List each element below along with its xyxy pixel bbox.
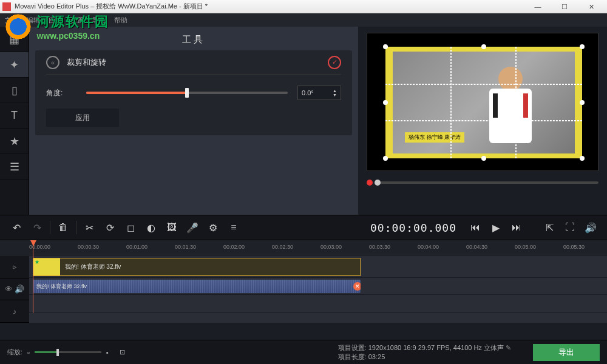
menu-settings[interactable]: 设置: [70, 16, 84, 25]
play-button[interactable]: ▶: [486, 218, 506, 237]
menu-file[interactable]: 文件: [5, 16, 18, 25]
angle-slider[interactable]: [86, 92, 288, 94]
tools-header: 工具: [29, 27, 358, 50]
app-icon: [2, 2, 11, 11]
crop-rotate-panel: « 裁剪和旋转 ✓ 角度: 0.0° ▲▼ 应用: [35, 50, 352, 135]
fit-timeline-icon[interactable]: ⊡: [120, 348, 125, 356]
next-frame-button[interactable]: ⏭: [506, 218, 527, 237]
cut-button[interactable]: ✂: [79, 218, 100, 237]
adjust-button[interactable]: ≡: [223, 218, 244, 237]
preview-canvas[interactable]: 杨伟东 徐宁峰 康华涛: [367, 33, 599, 171]
rotate-button[interactable]: ⟳: [100, 218, 120, 237]
music-track-toggle[interactable]: ♪: [0, 300, 29, 323]
menu-playback[interactable]: 回放: [49, 16, 62, 25]
edit-settings-icon[interactable]: ✎: [506, 344, 511, 351]
close-button[interactable]: ✕: [578, 1, 605, 13]
clip-thumbnail: [33, 258, 60, 275]
video-clip[interactable]: 我的! 体育老师 32.flv: [33, 258, 361, 276]
angle-label: 角度:: [46, 88, 76, 98]
menu-edit[interactable]: 编辑: [27, 16, 40, 25]
panel-title: 裁剪和旋转: [67, 57, 106, 68]
audio-track-toggle[interactable]: 👁 🔊: [0, 278, 29, 301]
ruler-tick: 00:00:30: [78, 244, 99, 250]
sidebar-filters-icon[interactable]: ✦: [0, 52, 29, 78]
crop-button[interactable]: ◻: [120, 218, 141, 237]
undo-button[interactable]: ↶: [6, 218, 27, 237]
minimize-button[interactable]: —: [524, 1, 551, 13]
angle-value: 0.0°: [302, 89, 314, 96]
volume-button[interactable]: 🔊: [580, 218, 601, 237]
menu-bar: 文件 编辑 回放 设置 导出 帮助: [0, 13, 607, 27]
preview-seek-bar[interactable]: [378, 181, 599, 184]
timeline-ruler[interactable]: 00:00:0000:00:3000:01:0000:01:3000:02:00…: [0, 240, 607, 256]
record-indicator-icon: [367, 180, 373, 186]
unlink-audio-icon[interactable]: ✕: [353, 282, 361, 291]
audio-clip-label: 我的! 体育老师 32.flv: [36, 283, 87, 291]
sidebar-titles-icon[interactable]: T: [0, 103, 29, 129]
duration-label: 项目长度:: [338, 353, 367, 360]
ruler-tick: 00:03:00: [320, 244, 342, 250]
video-clip-label: 我的! 体育老师 32.flv: [65, 263, 121, 271]
mic-button[interactable]: 🎤: [182, 218, 203, 237]
ruler-tick: 00:05:00: [515, 244, 536, 250]
properties-button[interactable]: ⚙: [203, 218, 223, 237]
zoom-in-icon[interactable]: ▪: [106, 349, 109, 356]
timecode-display: 00:00:00.000: [370, 221, 456, 234]
delete-button[interactable]: 🗑: [53, 218, 73, 237]
sidebar-stickers-icon[interactable]: ★: [0, 129, 29, 154]
image-button[interactable]: 🖼: [161, 218, 182, 237]
window-title: Movavi Video Editor Plus – 授权给 WwW.DaYan…: [15, 2, 524, 11]
project-settings-label: 项目设置:: [338, 344, 367, 351]
zoom-label: 缩放:: [7, 348, 22, 357]
apply-button[interactable]: 应用: [46, 109, 119, 127]
duration-value: 03:25: [368, 353, 385, 360]
sidebar-more-icon[interactable]: ☰: [0, 154, 29, 180]
ruler-tick: 00:04:30: [466, 244, 487, 250]
ruler-tick: 00:02:30: [272, 244, 293, 250]
project-settings-value: 1920x1080 16:9 29.97 FPS, 44100 Hz 立体声: [368, 344, 504, 351]
angle-spinner[interactable]: ▲▼: [333, 89, 337, 97]
audio-clip[interactable]: 我的! 体育老师 32.flv ✕: [33, 280, 361, 293]
video-track-toggle[interactable]: ▹: [0, 256, 29, 278]
menu-export[interactable]: 导出: [92, 16, 106, 25]
confirm-button[interactable]: ✓: [328, 56, 341, 69]
maximize-button[interactable]: ☐: [551, 1, 578, 13]
back-button[interactable]: «: [46, 56, 59, 69]
crop-frame[interactable]: 杨伟东 徐宁峰 康华涛: [385, 47, 582, 158]
export-button[interactable]: 导出: [533, 344, 600, 361]
angle-input[interactable]: 0.0° ▲▼: [297, 86, 341, 100]
ruler-tick: 00:04:00: [418, 244, 439, 250]
color-button[interactable]: ◐: [141, 218, 161, 237]
zoom-out-icon[interactable]: ▫: [27, 349, 30, 356]
sidebar-media-icon[interactable]: ▦: [0, 27, 29, 52]
ruler-tick: 00:02:00: [223, 244, 245, 250]
playhead[interactable]: [33, 240, 33, 313]
ruler-tick: 00:01:00: [126, 244, 148, 250]
ruler-tick: 00:05:30: [563, 244, 585, 250]
popout-button[interactable]: ⇱: [539, 218, 560, 237]
menu-help[interactable]: 帮助: [114, 16, 127, 25]
prev-frame-button[interactable]: ⏮: [465, 218, 486, 237]
fullscreen-button[interactable]: ⛶: [560, 218, 580, 237]
redo-button[interactable]: ↷: [27, 218, 47, 237]
left-sidebar: ▦ ✦ ▯ T ★ ☰: [0, 27, 29, 215]
sidebar-transitions-icon[interactable]: ▯: [0, 78, 29, 103]
zoom-slider[interactable]: [35, 351, 101, 353]
ruler-tick: 00:01:30: [175, 244, 196, 250]
ruler-tick: 00:03:30: [369, 244, 390, 250]
